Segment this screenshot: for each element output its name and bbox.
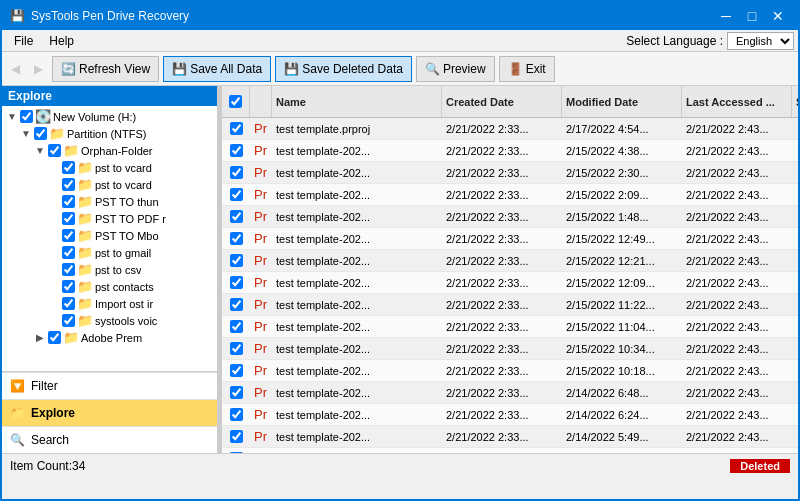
row-checkbox[interactable] [222,184,250,205]
row-select-checkbox[interactable] [230,364,243,377]
tree-item-checkbox[interactable] [62,195,75,208]
table-row[interactable]: Pr test template-202... 2/21/2022 2:33..… [222,360,798,382]
table-row[interactable]: Pr test template.prproj 2/21/2022 2:33..… [222,118,798,140]
tree-item-checkbox[interactable] [62,280,75,293]
table-row[interactable]: Pr test template-202... 2/21/2022 2:33..… [222,426,798,448]
tree-item[interactable]: 📁pst contacts [4,278,215,295]
row-checkbox[interactable] [222,338,250,359]
refresh-button[interactable]: 🔄 Refresh View [52,56,159,82]
row-checkbox[interactable] [222,448,250,453]
tree-item-checkbox[interactable] [62,178,75,191]
row-select-checkbox[interactable] [230,210,243,223]
row-checkbox[interactable] [222,360,250,381]
select-all-checkbox[interactable] [229,95,242,108]
table-row[interactable]: Pr test template-202... 2/21/2022 2:33..… [222,448,798,453]
row-select-checkbox[interactable] [230,430,243,443]
tree-item[interactable]: 📁pst to vcard [4,159,215,176]
tree-item[interactable]: 📁pst to csv [4,261,215,278]
nav-back-button[interactable]: ◀ [6,59,25,79]
tree-item-checkbox[interactable] [48,144,61,157]
table-row[interactable]: Pr test template-202... 2/21/2022 2:33..… [222,316,798,338]
table-row[interactable]: Pr test template-202... 2/21/2022 2:33..… [222,206,798,228]
col-header-name[interactable]: Name [272,86,442,117]
nav-search[interactable]: 🔍 Search [2,426,217,453]
table-row[interactable]: Pr test template-202... 2/21/2022 2:33..… [222,272,798,294]
tree-item[interactable]: 📁pst to vcard [4,176,215,193]
row-checkbox[interactable] [222,140,250,161]
tree-item-checkbox[interactable] [62,314,75,327]
row-checkbox[interactable] [222,272,250,293]
tree-item-checkbox[interactable] [62,263,75,276]
row-checkbox[interactable] [222,316,250,337]
tree-item-checkbox[interactable] [34,127,47,140]
table-row[interactable]: Pr test template-202... 2/21/2022 2:33..… [222,338,798,360]
tree-item[interactable]: ▼📁Orphan-Folder [4,142,215,159]
row-checkbox[interactable] [222,382,250,403]
tree-item[interactable]: 📁systools voic [4,312,215,329]
table-row[interactable]: Pr test template-202... 2/21/2022 2:33..… [222,228,798,250]
tree-item-checkbox[interactable] [48,331,61,344]
tree-item-checkbox[interactable] [62,297,75,310]
col-header-created[interactable]: Created Date [442,86,562,117]
exit-button[interactable]: 🚪 Exit [499,56,555,82]
col-header-check[interactable] [222,86,250,117]
row-select-checkbox[interactable] [230,188,243,201]
row-checkbox[interactable] [222,162,250,183]
tree-item-checkbox[interactable] [20,110,33,123]
tree-item-checkbox[interactable] [62,246,75,259]
row-checkbox[interactable] [222,294,250,315]
table-row[interactable]: Pr test template-202... 2/21/2022 2:33..… [222,162,798,184]
tree-item[interactable]: 📁PST TO thun [4,193,215,210]
tree-item-checkbox[interactable] [62,212,75,225]
tree-area[interactable]: ▼💽New Volume (H:)▼📁Partition (NTFS)▼📁Orp… [2,106,217,371]
maximize-button[interactable]: □ [740,6,764,26]
row-select-checkbox[interactable] [230,320,243,333]
table-row[interactable]: Pr test template-202... 2/21/2022 2:33..… [222,250,798,272]
tree-item[interactable]: ▼📁Partition (NTFS) [4,125,215,142]
table-row[interactable]: Pr test template-202... 2/21/2022 2:33..… [222,184,798,206]
nav-forward-button[interactable]: ▶ [29,59,48,79]
row-checkbox[interactable] [222,206,250,227]
row-checkbox[interactable] [222,118,250,139]
nav-filter[interactable]: 🔽 Filter [2,372,217,399]
row-select-checkbox[interactable] [230,276,243,289]
row-select-checkbox[interactable] [230,342,243,355]
table-body[interactable]: Pr test template.prproj 2/21/2022 2:33..… [222,118,798,453]
col-header-size[interactable]: Size (KB) [792,86,798,117]
close-button[interactable]: ✕ [766,6,790,26]
menu-help[interactable]: Help [41,32,82,50]
row-select-checkbox[interactable] [230,452,243,453]
table-row[interactable]: Pr test template-202... 2/21/2022 2:33..… [222,404,798,426]
row-select-checkbox[interactable] [230,144,243,157]
minimize-button[interactable]: ─ [714,6,738,26]
row-select-checkbox[interactable] [230,386,243,399]
row-select-checkbox[interactable] [230,254,243,267]
tree-item[interactable]: ▼💽New Volume (H:) [4,108,215,125]
menu-file[interactable]: File [6,32,41,50]
table-row[interactable]: Pr test template-202... 2/21/2022 2:33..… [222,294,798,316]
row-select-checkbox[interactable] [230,122,243,135]
col-header-accessed[interactable]: Last Accessed ... [682,86,792,117]
table-row[interactable]: Pr test template-202... 2/21/2022 2:33..… [222,140,798,162]
row-checkbox[interactable] [222,228,250,249]
row-select-checkbox[interactable] [230,298,243,311]
tree-item[interactable]: 📁PST TO Mbo [4,227,215,244]
table-row[interactable]: Pr test template-202... 2/21/2022 2:33..… [222,382,798,404]
row-select-checkbox[interactable] [230,166,243,179]
tree-item[interactable]: 📁PST TO PDF r [4,210,215,227]
row-checkbox[interactable] [222,250,250,271]
tree-item[interactable]: 📁pst to gmail [4,244,215,261]
save-deleted-button[interactable]: 💾 Save Deleted Data [275,56,412,82]
tree-item-checkbox[interactable] [62,161,75,174]
preview-button[interactable]: 🔍 Preview [416,56,495,82]
tree-item[interactable]: 📁Import ost ir [4,295,215,312]
tree-item-checkbox[interactable] [62,229,75,242]
save-all-button[interactable]: 💾 Save All Data [163,56,271,82]
col-header-modified[interactable]: Modified Date [562,86,682,117]
tree-item[interactable]: ▶📁Adobe Prem [4,329,215,346]
row-checkbox[interactable] [222,426,250,447]
row-select-checkbox[interactable] [230,232,243,245]
nav-explore[interactable]: 📁 Explore [2,399,217,426]
row-checkbox[interactable] [222,404,250,425]
language-dropdown[interactable]: English [727,32,794,50]
